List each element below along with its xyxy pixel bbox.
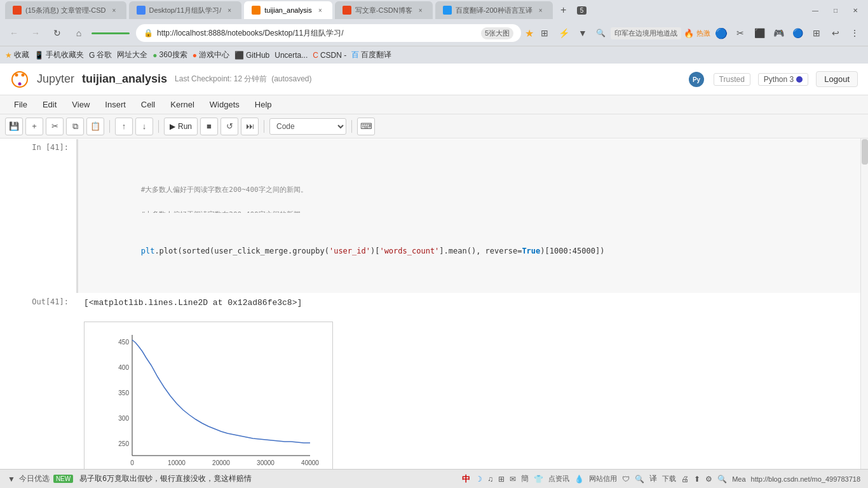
extensions-icon[interactable]: ⚡ (555, 25, 572, 41)
bookmark-baidu-translate[interactable]: 百 百度翻译 (351, 50, 391, 60)
tab-label-csdn: (15条消息) 文章管理-CSD (25, 6, 106, 15)
cell-type-select[interactable]: Code Markdown Raw NBConvert (269, 118, 346, 135)
tab-label-baidu: 百度翻译-200种语言互译 (456, 6, 532, 15)
run-button[interactable]: ▶ Run (164, 118, 198, 135)
checkpoint-info: Last Checkpoint: 12 分钟前 (autosaved) (175, 74, 311, 85)
tab-write[interactable]: 写文章-CSDN博客 × (335, 1, 433, 19)
status-moon-icon: ☽ (475, 475, 482, 484)
undo-icon[interactable]: ↩ (827, 25, 844, 41)
maximize-button[interactable]: □ (829, 6, 843, 15)
trusted-badge: Trusted (714, 73, 750, 86)
bookmark-mobile[interactable]: 📱 手机收藏夹 (34, 50, 84, 60)
menu-insert[interactable]: Insert (98, 98, 132, 111)
tab-close-desktop[interactable]: × (225, 6, 234, 15)
status-left: ▼ 今日优选 NEW 易子取6万竟取出假钞，银行直接没收，竟这样赔情 (8, 473, 457, 484)
save-button[interactable]: 💾 (5, 118, 23, 135)
bookmark-360[interactable]: ● 360搜索 (153, 50, 187, 60)
logout-button[interactable]: Logout (816, 71, 858, 87)
move-down-button[interactable]: ↓ (135, 118, 153, 135)
refresh-button[interactable]: ↻ (48, 24, 66, 42)
menu-cell[interactable]: Cell (135, 98, 161, 111)
news-text[interactable]: 易子取6万竟取出假钞，银行直接没收，竟这样赔情 (79, 473, 252, 484)
tab-favicon-csdn (13, 6, 22, 15)
more-tools-icon[interactable]: ▼ (574, 25, 591, 41)
menu-file[interactable]: File (8, 98, 34, 111)
games-icon: ● (193, 51, 197, 60)
new-tab-button[interactable]: + (555, 2, 572, 18)
svg-point-2 (22, 73, 25, 76)
status-music-icon: ♫ (487, 475, 493, 484)
chart-container: 450 400 350 300 250 0 10000 20000 30000 … (84, 322, 333, 469)
menu-view[interactable]: View (65, 98, 96, 111)
forward-button[interactable]: → (27, 24, 44, 42)
tab-close-write[interactable]: × (416, 6, 425, 15)
add-cell-button[interactable]: + (25, 118, 43, 135)
cell-code-in41[interactable]: #大多数人偏好于阅读字数在200~400字之间的新闻。 #大多数人偏好于阅读字数… (76, 139, 868, 293)
bookmark-favorites[interactable]: ★ 收藏 (5, 50, 29, 60)
move-up-button[interactable]: ↑ (115, 118, 133, 135)
grid-icon[interactable]: ⊞ (808, 25, 825, 41)
code-block-in41[interactable]: #大多数人偏好于阅读字数在200~400字之间的新闻。 #大多数人偏好于阅读字数… (76, 139, 868, 293)
scissors-icon[interactable]: ✂ (732, 25, 749, 41)
python-badge: Python 3 (758, 73, 808, 86)
fast-forward-button[interactable]: ⏭ (241, 118, 259, 135)
cell-output-41: [<matplotlib.lines.Line2D at 0x12ad86fe3… (76, 294, 868, 469)
window-controls: — □ ✕ (807, 6, 863, 15)
status-share-icon: ⬆ (694, 475, 700, 484)
notebook-name[interactable]: tuijian_analysis (82, 72, 167, 86)
tab-tuijian[interactable]: tuijian_analysis × (244, 1, 332, 19)
x-label-20000: 20000 (212, 459, 230, 466)
copy-cell-button[interactable]: ⧉ (66, 118, 84, 135)
print-label[interactable]: 印军在边境用地道战 (611, 27, 681, 39)
address-input[interactable]: 🔒 http://localhost:8888/notebooks/Deskto… (136, 24, 521, 42)
tab-baidu[interactable]: 百度翻译-200种语言互译 × (435, 1, 553, 19)
close-button[interactable]: ✕ (848, 6, 863, 15)
menu-widgets[interactable]: Widgets (203, 98, 246, 111)
stop-button[interactable]: ■ (200, 118, 218, 135)
bookmark-csdn[interactable]: C CSDN - (313, 51, 346, 60)
keyboard-shortcuts-button[interactable]: ⌨ (357, 118, 375, 135)
tab-csdn[interactable]: (15条消息) 文章管理-CSD × (5, 1, 126, 19)
cut-cell-button[interactable]: ✂ (46, 118, 64, 135)
menu-help[interactable]: Help (248, 98, 278, 111)
url-display: http://blog.csdn.net/mo_499783718 (751, 475, 860, 483)
back-button[interactable]: ← (5, 24, 23, 42)
mobile-icon: 📱 (34, 51, 44, 60)
bookmark-games[interactable]: ● 游戏中心 (193, 50, 229, 60)
tab-desktop[interactable]: Desktop/11月组队学习/ × (129, 1, 242, 19)
search-button[interactable]: 🔍 (593, 29, 608, 37)
notebook-content[interactable]: In [41]: #大多数人偏好于阅读字数在200~400字之间的新闻。 #大多… (0, 139, 868, 469)
tab-close-csdn[interactable]: × (110, 6, 119, 15)
output-line-41: [<matplotlib.lines.Line2D at 0x12ad86fe3… (84, 298, 302, 308)
bookmark-github[interactable]: ⬛ GitHub (234, 51, 269, 60)
title-bar: (15条消息) 文章管理-CSD × Desktop/11月组队学习/ × tu… (0, 0, 868, 20)
home-button[interactable]: ⌂ (70, 24, 88, 42)
menu-kernel[interactable]: Kernel (164, 98, 201, 111)
page-zoom-label: 5张大图 (481, 27, 513, 39)
restart-button[interactable]: ↺ (220, 118, 238, 135)
scrollbar-track[interactable] (860, 139, 868, 469)
code-partial-top: #大多数人偏好于阅读字数在200~400字之间的新闻。 #大多数人偏好于阅读字数… (86, 172, 860, 213)
star-button[interactable]: ★ (525, 27, 534, 39)
run-icon: ▶ (170, 122, 175, 131)
code-line-plt[interactable]: plt.plot(sorted(user_click_merge.groupby… (86, 232, 860, 270)
bookmark-urlall[interactable]: 网址大全 (117, 50, 147, 60)
menu-dots-icon[interactable]: ⋮ (846, 25, 863, 41)
menu-edit[interactable]: Edit (36, 98, 63, 111)
extension-4-icon[interactable]: 🔵 (789, 25, 806, 41)
tab-close-tuijian[interactable]: × (316, 6, 325, 15)
extension-2-icon[interactable]: ⬛ (751, 25, 768, 41)
minimize-button[interactable]: — (807, 6, 824, 15)
bookmark-google[interactable]: G 谷歌 (89, 50, 112, 60)
address-bar: ← → ↻ ⌂ 🔒 http://localhost:8888/notebook… (0, 20, 868, 46)
extension-3-icon[interactable]: 🎮 (770, 25, 787, 41)
jupyter-header: Jupyter tuijian_analysis Last Checkpoint… (0, 64, 868, 95)
bookmarks-icon[interactable]: ⊞ (536, 25, 553, 41)
today-label: 今日优选 (19, 473, 50, 484)
bookmark-uncerta[interactable]: Uncerta... (275, 51, 308, 60)
paste-cell-button[interactable]: 📋 (86, 118, 104, 135)
scrollbar-thumb[interactable] (862, 139, 868, 165)
tab-label-write: 写文章-CSDN博客 (355, 6, 412, 15)
extension-1-icon[interactable]: 🔵 (713, 25, 729, 41)
tab-close-baidu[interactable]: × (536, 6, 545, 15)
